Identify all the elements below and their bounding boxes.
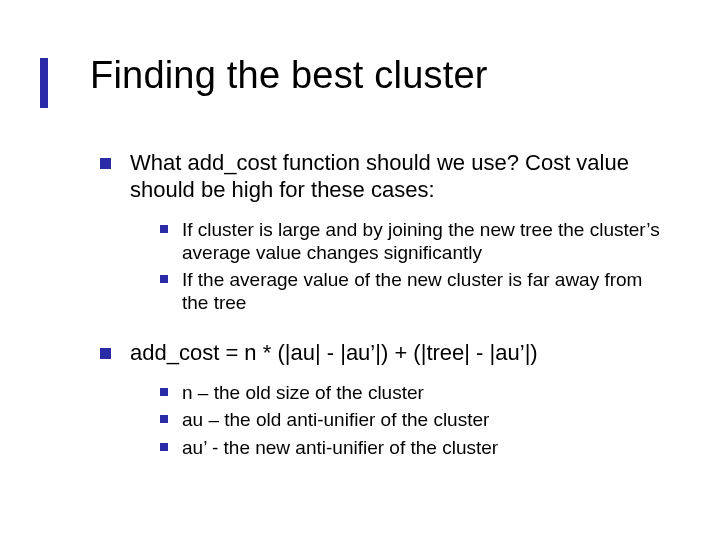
bullet-2-sub-2-text: au – the old anti-unifier of the cluster — [182, 409, 489, 430]
bullet-1-text: What add_cost function should we use? Co… — [130, 150, 629, 202]
slide-title: Finding the best cluster — [90, 54, 488, 97]
bullet-2-sub-2: au – the old anti-unifier of the cluster — [160, 408, 660, 431]
bullet-2-sublist: n – the old size of the cluster au – the… — [130, 381, 660, 459]
bullet-2-text: add_cost = n * (|au| - |au’|) + (|tree| … — [130, 340, 538, 365]
bullet-1-sub-2: If the average value of the new cluster … — [160, 268, 660, 314]
bullet-1: What add_cost function should we use? Co… — [100, 150, 660, 314]
bullet-2-sub-1-text: n – the old size of the cluster — [182, 382, 424, 403]
bullet-1-sub-2-text: If the average value of the new cluster … — [182, 269, 642, 313]
bullet-2-sub-1: n – the old size of the cluster — [160, 381, 660, 404]
bullet-1-sub-1: If cluster is large and by joining the n… — [160, 218, 660, 264]
slide: Finding the best cluster What add_cost f… — [0, 0, 720, 540]
bullet-list: What add_cost function should we use? Co… — [100, 150, 660, 459]
bullet-1-sublist: If cluster is large and by joining the n… — [130, 218, 660, 315]
bullet-2: add_cost = n * (|au| - |au’|) + (|tree| … — [100, 340, 660, 458]
bullet-2-sub-3: au’ - the new anti-unifier of the cluste… — [160, 436, 660, 459]
bullet-2-sub-3-text: au’ - the new anti-unifier of the cluste… — [182, 437, 498, 458]
title-accent-bar — [40, 58, 48, 108]
bullet-1-sub-1-text: If cluster is large and by joining the n… — [182, 219, 660, 263]
slide-body: What add_cost function should we use? Co… — [100, 150, 660, 485]
